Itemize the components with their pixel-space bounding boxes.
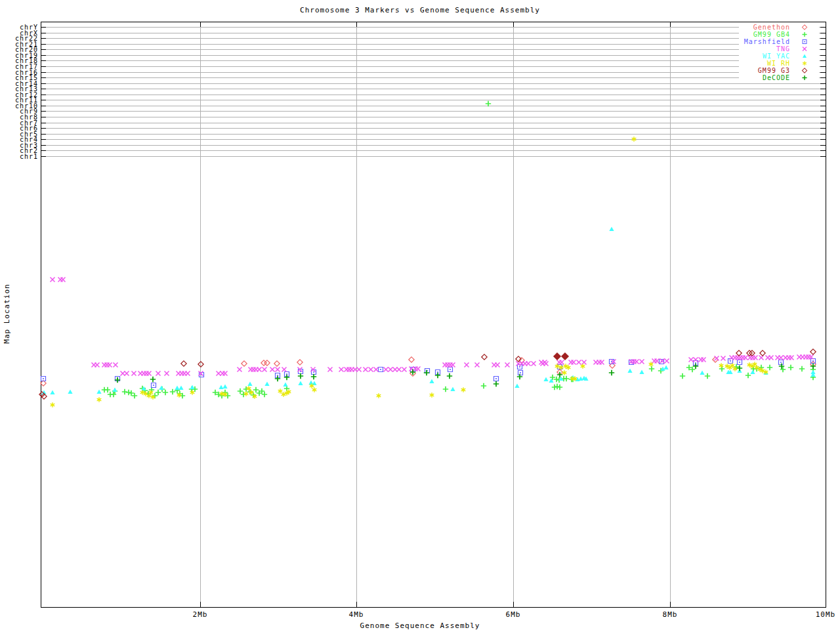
legend-label: GM99 G3	[739, 67, 790, 74]
data-point	[564, 376, 569, 381]
data-point	[278, 388, 283, 394]
legend-marker	[802, 32, 807, 37]
data-point	[312, 387, 317, 392]
data-point	[111, 392, 116, 397]
x-tick-label: 4Mb	[349, 610, 364, 619]
data-point	[705, 373, 710, 379]
data-point	[562, 370, 567, 375]
data-point	[156, 390, 161, 395]
legend-marker	[802, 68, 807, 73]
data-point	[746, 373, 751, 378]
data-point-dot	[286, 373, 287, 375]
data-point-dot	[730, 360, 731, 362]
data-point	[105, 387, 110, 392]
data-point	[810, 364, 816, 369]
data-point	[257, 368, 262, 372]
data-point	[700, 370, 704, 374]
data-point	[779, 356, 784, 360]
data-point	[744, 356, 748, 360]
data-point-dot	[812, 360, 814, 362]
data-point	[126, 390, 131, 395]
plot-frame	[41, 22, 826, 608]
legend-label: TNG	[739, 45, 790, 52]
legend-marker-icon	[790, 24, 819, 31]
x-tick-label: 6Mb	[506, 610, 521, 619]
legend-label: GM99 GB4	[739, 31, 790, 38]
chart-root: { "title": "Chromosome 3 Markers vs Geno…	[0, 0, 840, 630]
legend-marker	[803, 47, 807, 51]
data-point	[443, 387, 448, 392]
data-point	[114, 363, 118, 368]
data-point	[283, 382, 287, 386]
data-point-dot	[450, 369, 451, 370]
data-point	[41, 394, 47, 399]
legend-item: WI YAC	[739, 52, 819, 60]
data-point	[68, 389, 72, 393]
data-point	[802, 32, 807, 37]
legend-label: Marshfield	[739, 38, 790, 45]
data-point-dot	[313, 371, 314, 373]
data-point	[803, 54, 807, 58]
data-point	[150, 377, 156, 382]
data-point	[274, 361, 280, 366]
data-point	[555, 384, 560, 389]
x-tick-label: 10Mb	[816, 610, 836, 619]
data-point	[803, 47, 807, 51]
data-point	[802, 25, 807, 30]
data-point	[719, 363, 724, 368]
data-point	[238, 388, 243, 394]
chromosome-label: chr1	[0, 154, 38, 159]
data-point	[430, 392, 434, 398]
data-point	[165, 371, 169, 376]
data-point	[429, 379, 434, 383]
data-point	[554, 353, 560, 360]
data-point-dot	[43, 378, 44, 379]
data-point	[270, 368, 275, 372]
data-point	[388, 368, 393, 372]
data-point	[97, 397, 102, 402]
legend-marker-icon	[790, 52, 819, 60]
data-point	[552, 385, 557, 390]
data-point	[451, 363, 455, 368]
data-point	[223, 371, 228, 376]
data-point	[328, 368, 333, 372]
data-point	[282, 368, 287, 372]
data-point	[364, 368, 368, 372]
data-point	[578, 376, 583, 380]
legend-marker	[803, 54, 807, 58]
data-point	[532, 362, 536, 366]
series-wi-yac	[41, 226, 815, 394]
data-point-dot	[519, 366, 520, 368]
data-point	[51, 278, 55, 282]
legend-item: TNG	[739, 45, 819, 52]
legend-marker-icon	[790, 38, 819, 45]
data-point	[736, 350, 742, 356]
data-point	[108, 363, 112, 368]
data-point	[750, 369, 755, 373]
data-point	[339, 368, 344, 372]
data-point	[298, 381, 303, 385]
data-point	[665, 359, 669, 364]
legend-item: WI RH	[739, 60, 819, 67]
legend-marker-icon	[790, 31, 819, 38]
data-point	[416, 367, 421, 371]
legend-label: Genethon	[739, 24, 790, 31]
data-point	[789, 356, 794, 360]
data-point-dot	[611, 361, 612, 362]
data-point	[132, 371, 136, 376]
data-point-dot	[277, 375, 278, 376]
data-point-dot	[153, 385, 154, 386]
data-point	[494, 381, 499, 387]
data-point	[125, 371, 129, 376]
data-point	[543, 377, 548, 381]
data-point	[147, 371, 152, 376]
legend-marker-icon	[790, 60, 819, 67]
data-point-dot	[495, 378, 497, 379]
legend-marker-icon	[790, 67, 819, 74]
data-point	[159, 385, 163, 389]
data-point	[238, 368, 242, 372]
data-point	[721, 356, 726, 361]
data-point	[769, 356, 774, 360]
data-point	[760, 350, 765, 356]
data-point-dot	[520, 372, 521, 373]
